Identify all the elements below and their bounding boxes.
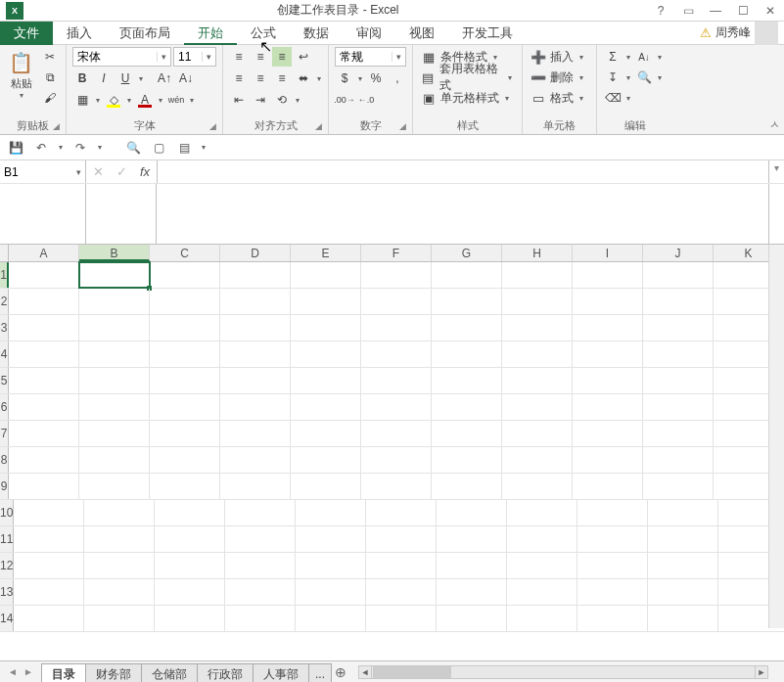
- font-name-combo[interactable]: 宋体▾: [72, 47, 171, 67]
- shrink-font-button[interactable]: A↓: [176, 68, 196, 88]
- print-preview-button[interactable]: 🔍: [123, 138, 143, 158]
- row-header-11[interactable]: 11: [0, 526, 14, 552]
- cell-J2[interactable]: [643, 289, 714, 314]
- decrease-decimal-button[interactable]: ←.0: [356, 90, 376, 110]
- alignment-launcher[interactable]: ◢: [315, 119, 322, 133]
- grow-font-button[interactable]: A↑: [155, 68, 174, 88]
- font-launcher[interactable]: ◢: [209, 119, 216, 133]
- phonetic-dd[interactable]: ▾: [188, 96, 196, 105]
- cell-D12[interactable]: [225, 553, 296, 578]
- tab-pagelayout[interactable]: 页面布局: [106, 22, 184, 45]
- cell-A3[interactable]: [9, 315, 79, 341]
- column-header-H[interactable]: H: [502, 245, 573, 261]
- cell-G5[interactable]: [432, 368, 502, 393]
- row-header-3[interactable]: 3: [0, 315, 9, 341]
- font-size-combo[interactable]: 11▾: [173, 47, 216, 67]
- sort-dd[interactable]: ▾: [656, 53, 664, 62]
- format-as-table-button[interactable]: ▤套用表格格式▾: [419, 68, 516, 87]
- cell-B8[interactable]: [79, 447, 150, 473]
- cell-D11[interactable]: [225, 526, 296, 552]
- cell-E12[interactable]: [296, 553, 366, 578]
- column-header-B[interactable]: B: [79, 245, 150, 261]
- column-header-F[interactable]: F: [361, 245, 432, 261]
- cell-A5[interactable]: [9, 368, 79, 393]
- cell-E14[interactable]: [296, 606, 366, 631]
- cell-F3[interactable]: [361, 315, 432, 341]
- bold-button[interactable]: B: [72, 68, 92, 88]
- cell-C8[interactable]: [150, 447, 220, 473]
- cell-I3[interactable]: [573, 315, 643, 341]
- cell-F9[interactable]: [361, 474, 432, 499]
- tab-insert[interactable]: 插入: [53, 22, 106, 45]
- percent-button[interactable]: %: [366, 68, 386, 88]
- cell-B2[interactable]: [79, 289, 150, 314]
- autosum-button[interactable]: Σ: [603, 47, 623, 67]
- clear-button[interactable]: ⌫: [603, 88, 623, 108]
- sheet-tab-财务部[interactable]: 财务部: [85, 663, 142, 683]
- cell-J10[interactable]: [648, 500, 718, 525]
- row-header-14[interactable]: 14: [0, 606, 14, 631]
- row-header-5[interactable]: 5: [0, 368, 9, 393]
- cell-J9[interactable]: [643, 474, 714, 499]
- avatar[interactable]: [755, 22, 778, 45]
- cell-C6[interactable]: [150, 394, 220, 420]
- hscroll-right[interactable]: ►: [755, 666, 767, 678]
- phonetic-button[interactable]: wén: [166, 90, 186, 110]
- cell-G9[interactable]: [432, 474, 502, 499]
- align-bottom-button[interactable]: ≡: [272, 47, 292, 67]
- sheet-tab-行政部[interactable]: 行政部: [197, 663, 254, 683]
- find-dd[interactable]: ▾: [656, 73, 664, 82]
- close-button[interactable]: ✕: [757, 1, 784, 21]
- merge-button[interactable]: ⬌: [294, 68, 313, 88]
- column-header-I[interactable]: I: [573, 245, 643, 261]
- cell-A9[interactable]: [9, 474, 79, 499]
- cell-G8[interactable]: [432, 447, 502, 473]
- column-header-A[interactable]: A: [9, 245, 79, 261]
- cell-A12[interactable]: [14, 553, 84, 578]
- form-button[interactable]: ▤: [174, 138, 194, 158]
- indent-inc-button[interactable]: ⇥: [251, 90, 270, 110]
- collapse-ribbon-button[interactable]: ㅅ: [769, 117, 780, 132]
- cell-styles-button[interactable]: ▣单元格样式▾: [419, 88, 513, 108]
- cell-A10[interactable]: [14, 500, 84, 525]
- orientation-button[interactable]: ⟲: [272, 90, 292, 110]
- cell-J5[interactable]: [643, 368, 714, 393]
- cell-G10[interactable]: [437, 500, 507, 525]
- cell-F11[interactable]: [366, 526, 437, 552]
- cell-F12[interactable]: [366, 553, 437, 578]
- cell-A13[interactable]: [14, 579, 84, 605]
- column-header-D[interactable]: D: [220, 245, 291, 261]
- clipboard-launcher[interactable]: ◢: [53, 119, 60, 133]
- cell-G11[interactable]: [437, 526, 507, 552]
- cell-G6[interactable]: [432, 394, 502, 420]
- align-left-button[interactable]: ≡: [229, 68, 249, 88]
- cell-I5[interactable]: [573, 368, 643, 393]
- find-button[interactable]: 🔍: [634, 68, 654, 87]
- align-middle-button[interactable]: ≡: [251, 47, 270, 67]
- currency-button[interactable]: $: [335, 68, 354, 88]
- cell-D13[interactable]: [225, 579, 296, 605]
- wrap-text-button[interactable]: ↩: [294, 47, 313, 67]
- cell-B14[interactable]: [84, 606, 155, 631]
- cell-D4[interactable]: [220, 341, 291, 367]
- cell-H12[interactable]: [507, 553, 577, 578]
- cell-B13[interactable]: [84, 579, 155, 605]
- cell-B11[interactable]: [84, 526, 155, 552]
- cell-E2[interactable]: [291, 289, 361, 314]
- cell-H9[interactable]: [502, 474, 573, 499]
- row-header-6[interactable]: 6: [0, 394, 9, 420]
- cell-J11[interactable]: [648, 526, 718, 552]
- cell-E3[interactable]: [291, 315, 361, 341]
- format-painter-button[interactable]: 🖌: [40, 88, 60, 108]
- tab-file[interactable]: 文件: [0, 22, 53, 45]
- cell-E4[interactable]: [291, 341, 361, 367]
- cell-B6[interactable]: [79, 394, 150, 420]
- cell-I8[interactable]: [573, 447, 643, 473]
- cell-I1[interactable]: [573, 262, 643, 288]
- tab-review[interactable]: 审阅: [343, 22, 395, 45]
- italic-button[interactable]: I: [94, 68, 114, 88]
- sheet-tab-more[interactable]: ...: [308, 663, 332, 683]
- cell-E8[interactable]: [291, 447, 361, 473]
- select-all-corner[interactable]: [0, 245, 9, 261]
- sheet-tab-目录[interactable]: 目录: [41, 663, 86, 683]
